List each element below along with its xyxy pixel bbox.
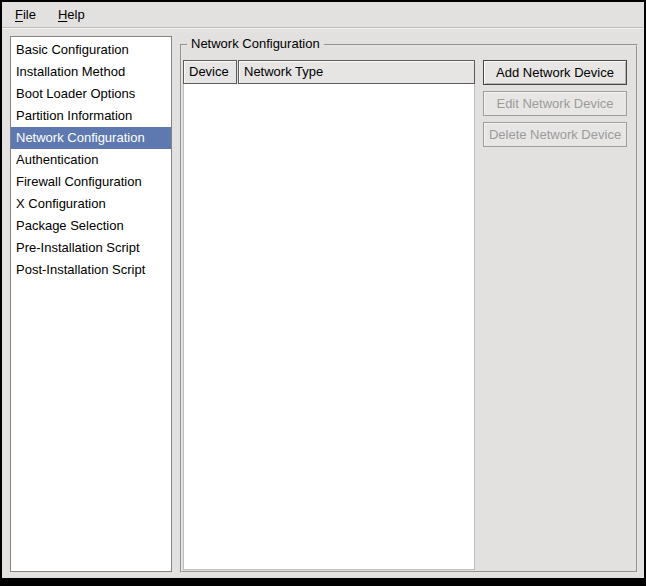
column-header-device[interactable]: Device xyxy=(183,60,237,84)
category-list: Basic Configuration Installation Method … xyxy=(10,36,172,572)
sidebar-item-boot-loader-options[interactable]: Boot Loader Options xyxy=(11,83,171,105)
table-header-row: Device Network Type xyxy=(183,60,475,84)
column-header-network-type[interactable]: Network Type xyxy=(238,60,475,84)
sidebar-item-firewall-configuration[interactable]: Firewall Configuration xyxy=(11,171,171,193)
network-configuration-frame: Network Configuration Device Network Typ… xyxy=(180,44,638,573)
sidebar-item-package-selection[interactable]: Package Selection xyxy=(11,215,171,237)
menu-help[interactable]: Help xyxy=(53,5,90,24)
sidebar-item-x-configuration[interactable]: X Configuration xyxy=(11,193,171,215)
sidebar-item-pre-installation-script[interactable]: Pre-Installation Script xyxy=(11,237,171,259)
device-actions: Add Network Device Edit Network Device D… xyxy=(483,60,627,147)
menubar: File Help xyxy=(2,2,644,28)
menu-file-label: ile xyxy=(23,7,36,22)
sidebar-item-network-configuration[interactable]: Network Configuration xyxy=(11,127,171,149)
add-network-device-button[interactable]: Add Network Device xyxy=(483,60,627,85)
frame-title: Network Configuration xyxy=(187,36,324,51)
sidebar-item-partition-information[interactable]: Partition Information xyxy=(11,105,171,127)
sidebar-item-installation-method[interactable]: Installation Method xyxy=(11,61,171,83)
delete-network-device-button[interactable]: Delete Network Device xyxy=(483,122,627,147)
network-device-table: Device Network Type xyxy=(183,60,475,570)
menu-help-mnemonic: H xyxy=(58,7,67,22)
menu-help-label: elp xyxy=(67,7,84,22)
sidebar-item-basic-configuration[interactable]: Basic Configuration xyxy=(11,39,171,61)
edit-network-device-button[interactable]: Edit Network Device xyxy=(483,91,627,116)
sidebar-item-post-installation-script[interactable]: Post-Installation Script xyxy=(11,259,171,281)
menu-file-mnemonic: F xyxy=(15,7,23,22)
application-window: File Help Basic Configuration Installati… xyxy=(2,2,644,578)
menu-file[interactable]: File xyxy=(10,5,41,24)
network-device-list[interactable] xyxy=(183,84,475,570)
sidebar-item-authentication[interactable]: Authentication xyxy=(11,149,171,171)
